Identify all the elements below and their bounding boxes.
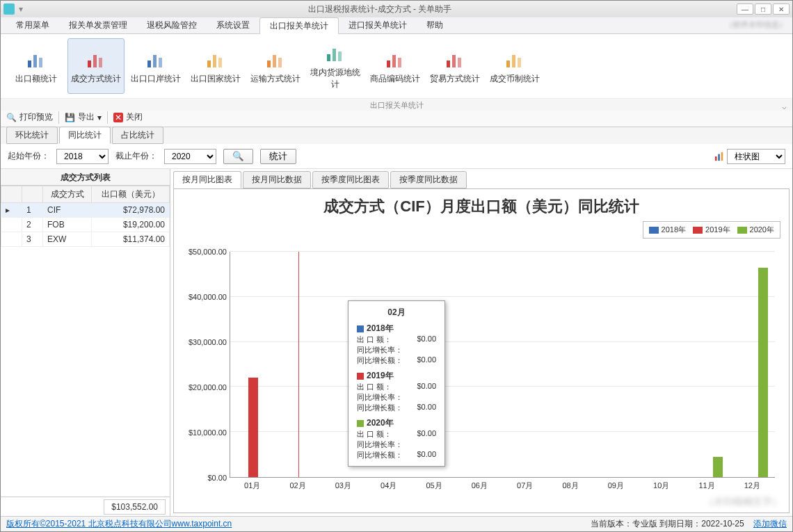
svg-rect-18 (387, 61, 390, 67)
svg-rect-11 (218, 58, 222, 67)
ribbon-icon (25, 48, 47, 70)
bar-2020年-11月[interactable] (713, 457, 723, 477)
ribbon-item-1[interactable]: 成交方式统计 (67, 38, 125, 94)
maximize-button[interactable]: □ (755, 3, 771, 15)
col-indicator (1, 186, 22, 203)
app-icon (3, 3, 15, 15)
svg-rect-4 (93, 55, 97, 67)
svg-rect-27 (715, 156, 717, 161)
x-tick: 04月 (381, 481, 397, 491)
bar-2020年-12月[interactable] (758, 268, 768, 477)
stat-button[interactable]: 统计 (260, 149, 296, 164)
col-type: 成交方式 (43, 186, 92, 203)
copyright-link[interactable]: 版权所有©2015-2021 北京税点科技有限公司www.taxpoint.cn (6, 518, 232, 530)
legend-swatch-2020 (737, 227, 747, 234)
print-preview-button[interactable]: 🔍 打印预览 (6, 111, 53, 123)
chart-box: 成交方式（CIF）月度出口额（美元）同比统计 2018年 2019年 2020年… (173, 188, 790, 513)
svg-rect-5 (99, 58, 102, 67)
legend: 2018年 2019年 2020年 (643, 221, 780, 239)
svg-rect-1 (33, 55, 37, 67)
end-year-label: 截止年份： (115, 150, 157, 162)
table-row[interactable]: 2FOB$19,200.00 (1, 218, 170, 232)
ribbon-icon (324, 42, 346, 64)
ribbon-icon (85, 48, 107, 70)
window-title: 出口退税报表统计-成交方式 - 关单助手 (23, 3, 737, 15)
close-tool-button[interactable]: ✕ 关闭 (113, 111, 143, 123)
svg-rect-8 (159, 58, 162, 67)
chart-tab-1[interactable]: 按月同比数据 (243, 171, 311, 188)
legend-swatch-2019 (693, 227, 703, 234)
stat-tab-1[interactable]: 同比统计 (59, 127, 111, 144)
ribbon-item-4[interactable]: 运输方式统计 (247, 38, 304, 94)
x-tick: 08月 (562, 481, 578, 491)
ribbon-item-2[interactable]: 出口口岸统计 (127, 38, 184, 94)
x-tick: 05月 (426, 481, 442, 491)
ribbon-item-6[interactable]: 商品编码统计 (367, 38, 424, 94)
minimize-button[interactable]: — (737, 3, 753, 15)
menu-item-2[interactable]: 退税风险管控 (137, 17, 207, 33)
svg-rect-0 (28, 61, 31, 67)
chart-type-select[interactable]: 柱状图 (727, 149, 785, 164)
svg-rect-13 (273, 55, 276, 67)
menu-item-5[interactable]: 进口报关单统计 (339, 17, 417, 33)
side-panel: 成交方式列表 成交方式 出口额（美元） ▸1CIF$72,978.002FOB$… (1, 169, 170, 516)
svg-rect-2 (39, 58, 42, 67)
ribbon-group-label: 出口报关单统计 ⌵ (1, 98, 792, 111)
chart-title: 成交方式（CIF）月度出口额（美元）同比统计 (181, 196, 782, 217)
chart-tab-0[interactable]: 按月同比图表 (173, 171, 241, 188)
y-tick: $30,000.00 (189, 338, 227, 346)
ribbon-item-5[interactable]: 境内货源地统计 (307, 38, 364, 94)
svg-rect-12 (267, 61, 271, 67)
x-tick: 03月 (335, 481, 351, 491)
search-icon-button[interactable]: 🔍 (223, 149, 253, 164)
svg-rect-14 (278, 58, 282, 67)
svg-rect-29 (721, 152, 723, 161)
chart-tabs: 按月同比图表按月同比数据按季度同比图表按季度同比数据 (173, 172, 790, 188)
bar-chart-icon (714, 152, 724, 161)
magnifier-icon: 🔍 (232, 151, 244, 161)
svg-rect-25 (512, 55, 515, 67)
svg-rect-16 (333, 49, 336, 61)
y-tick: $0.00 (207, 474, 227, 482)
ribbon-icon (504, 48, 526, 70)
ribbon-item-7[interactable]: 贸易方式统计 (426, 38, 483, 94)
close-button[interactable]: ✕ (773, 3, 790, 15)
x-tick: 09月 (608, 481, 624, 491)
add-wechat-link[interactable]: 添加微信 (753, 519, 787, 529)
stat-tab-2[interactable]: 占比统计 (112, 127, 163, 144)
chevron-icon[interactable]: ⌵ (782, 100, 787, 113)
side-title: 成交方式列表 (1, 169, 170, 186)
menu-item-4[interactable]: 出口报关单统计 (259, 17, 339, 34)
start-year-select[interactable]: 2018 (56, 149, 109, 164)
stat-tab-0[interactable]: 环比统计 (6, 127, 58, 144)
chart-tab-2[interactable]: 按季度同比图表 (312, 171, 389, 188)
menu-item-1[interactable]: 报关单发票管理 (59, 17, 137, 33)
ribbon-item-0[interactable]: 出口额统计 (8, 38, 65, 94)
chart-watermark: （水印模糊文字） (704, 496, 782, 508)
table-row[interactable]: 3EXW$11,374.00 (1, 232, 170, 247)
app-window: ▾ 出口退税报表统计-成交方式 - 关单助手 — □ ✕ 常用菜单报关单发票管理… (0, 0, 793, 532)
ribbon-item-8[interactable]: 成交币制统计 (486, 38, 543, 94)
window-buttons: — □ ✕ (737, 3, 790, 15)
end-year-select[interactable]: 2020 (164, 149, 216, 164)
svg-rect-19 (392, 55, 396, 67)
export-button[interactable]: 💾 导出 ▾ (65, 111, 102, 123)
menu-item-3[interactable]: 系统设置 (207, 17, 259, 33)
menu-item-0[interactable]: 常用菜单 (6, 17, 59, 33)
svg-rect-20 (398, 58, 401, 67)
plot[interactable] (230, 252, 775, 478)
svg-rect-28 (718, 154, 720, 161)
chart-tab-3[interactable]: 按季度同比数据 (390, 171, 467, 188)
main-content: 成交方式列表 成交方式 出口额（美元） ▸1CIF$72,978.002FOB$… (1, 169, 792, 516)
col-amount: 出口额（美元） (92, 186, 170, 203)
version-info: 当前版本：专业版 到期日期：2022-10-25 (591, 519, 744, 529)
svg-rect-23 (458, 58, 461, 67)
chevron-down-icon: ▾ (97, 113, 102, 122)
ribbon-item-3[interactable]: 出口国家统计 (187, 38, 244, 94)
x-tick: 10月 (653, 481, 669, 491)
menu-item-6[interactable]: 帮助 (417, 17, 453, 33)
bar-2019年-01月[interactable] (248, 378, 258, 477)
svg-rect-24 (506, 61, 510, 67)
x-tick: 11月 (698, 481, 714, 491)
table-row[interactable]: ▸1CIF$72,978.00 (1, 203, 170, 218)
